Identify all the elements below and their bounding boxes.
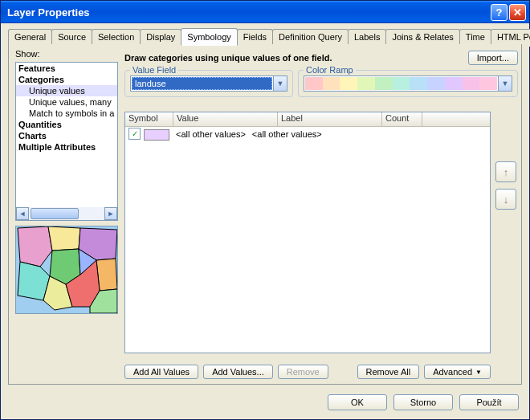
color-ramp-select[interactable]: ▼: [304, 75, 512, 92]
advanced-button[interactable]: Advanced ▼: [424, 365, 491, 379]
tree-unique-values-many[interactable]: Unique values, many: [16, 96, 117, 108]
col-label[interactable]: Label: [278, 112, 382, 126]
tree-unique-values[interactable]: Unique values: [16, 85, 117, 96]
value-field-value: landuse: [135, 79, 166, 88]
table-header: Symbol Value Label Count: [125, 112, 490, 127]
svg-marker-4: [96, 259, 117, 291]
ramp-swatch: [357, 77, 375, 90]
ramp-swatch: [445, 77, 463, 90]
ramp-swatch: [463, 77, 480, 90]
ramp-swatch: [340, 77, 357, 90]
window-title: Layer Properties: [4, 6, 489, 18]
add-values-button[interactable]: Add Values...: [203, 365, 273, 379]
value-field-group: Value Field landuse ▼: [124, 70, 293, 97]
preview-map-icon: [16, 226, 118, 314]
tab-symbology[interactable]: Symbology: [181, 28, 237, 46]
close-button[interactable]: ✕: [509, 4, 526, 21]
tree-charts[interactable]: Charts: [16, 130, 117, 141]
scroll-thumb[interactable]: [31, 208, 79, 219]
tab-strip: General Source Selection Display Symbolo…: [3, 23, 527, 46]
close-icon: ✕: [513, 6, 522, 18]
scroll-right-icon[interactable]: ►: [104, 207, 117, 220]
row-label: <all other values>: [249, 129, 325, 139]
move-up-button[interactable]: ↑: [495, 161, 516, 182]
remove-button[interactable]: Remove: [278, 365, 328, 379]
ok-button[interactable]: OK: [328, 394, 387, 410]
help-button[interactable]: ?: [491, 4, 508, 21]
tree-scrollbar[interactable]: ◄ ►: [16, 207, 117, 220]
ramp-swatch: [427, 77, 445, 90]
value-field-select[interactable]: landuse ▼: [130, 75, 287, 92]
tree-categories[interactable]: Categories: [16, 74, 117, 85]
chevron-down-icon: ▼: [498, 76, 512, 91]
col-count[interactable]: Count: [382, 112, 422, 126]
ramp-swatch: [393, 77, 410, 90]
tree-match-to-symbols[interactable]: Match to symbols in a: [16, 108, 117, 119]
arrow-up-icon: ↑: [503, 166, 509, 178]
import-button[interactable]: Import...: [468, 51, 518, 65]
scroll-track[interactable]: [29, 207, 104, 220]
title-bar: Layer Properties ? ✕: [1, 1, 529, 23]
ramp-swatch: [410, 77, 427, 90]
remove-all-button[interactable]: Remove All: [357, 365, 420, 379]
tree-quantities[interactable]: Quantities: [16, 119, 117, 130]
caret-down-icon: ▼: [475, 369, 482, 376]
row-symbol-swatch[interactable]: [144, 129, 169, 141]
show-label: Show:: [15, 49, 40, 59]
symbol-table[interactable]: Symbol Value Label Count ✓ <all other va…: [124, 112, 491, 353]
row-value: <all other values>: [173, 129, 249, 139]
show-tree[interactable]: Features Categories Unique values Unique…: [15, 62, 118, 221]
svg-marker-2: [48, 226, 80, 251]
move-down-button[interactable]: ↓: [495, 189, 516, 210]
ramp-swatch: [479, 77, 497, 90]
value-field-legend: Value Field: [130, 65, 178, 75]
tab-panel: Show: Features Categories Unique values …: [8, 44, 522, 385]
table-row[interactable]: ✓ <all other values> <all other values>: [125, 127, 490, 141]
arrow-down-icon: ↓: [503, 194, 509, 206]
layer-preview: [15, 226, 118, 314]
ramp-swatch: [375, 77, 393, 90]
chevron-down-icon: ▼: [273, 76, 287, 91]
color-ramp-group: Color Ramp ▼: [298, 70, 518, 97]
row-checkbox[interactable]: ✓: [128, 128, 141, 140]
advanced-label: Advanced: [433, 367, 472, 377]
col-symbol[interactable]: Symbol: [125, 112, 173, 126]
panel-description: Draw categories using unique values of o…: [124, 53, 468, 63]
tree-multiple-attributes[interactable]: Multiple Attributes: [16, 141, 117, 153]
add-all-values-button[interactable]: Add All Values: [124, 365, 198, 379]
cancel-button[interactable]: Storno: [393, 394, 453, 410]
color-ramp-legend: Color Ramp: [304, 65, 356, 75]
ramp-swatch: [323, 77, 340, 90]
scroll-left-icon[interactable]: ◄: [16, 207, 29, 220]
col-value[interactable]: Value: [173, 112, 278, 126]
tree-features[interactable]: Features: [16, 63, 117, 74]
ramp-swatch: [305, 77, 323, 90]
apply-button[interactable]: Použít: [459, 394, 519, 410]
